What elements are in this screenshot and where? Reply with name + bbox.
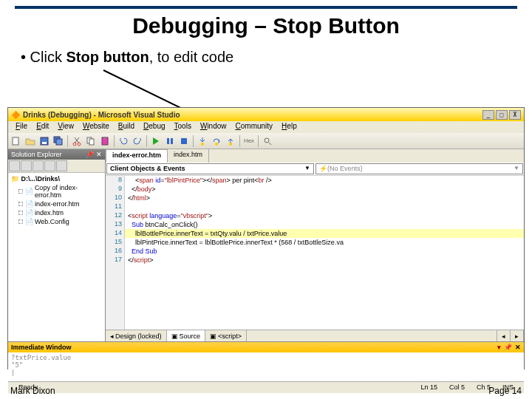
svg-rect-2: [42, 142, 47, 144]
editor-area: index-error.htmindex.htm Client Objects …: [106, 149, 524, 341]
svg-rect-4: [56, 139, 62, 145]
bullet-text: • Click Stop button, to edit code: [15, 49, 517, 66]
svg-point-15: [215, 143, 218, 146]
solution-explorer-panel: Solution Explorer 📌 ✕ 📁 D:\...\Drinks\ 📄…: [8, 149, 106, 341]
solution-tree: 📁 D:\...\Drinks\ 📄Copy of index-error.ht…: [8, 173, 105, 341]
menu-website[interactable]: Website: [78, 121, 114, 133]
svg-point-16: [229, 143, 232, 146]
view-icon[interactable]: [44, 160, 55, 171]
nav-right-icon[interactable]: ▸: [511, 330, 524, 341]
svg-rect-11: [167, 138, 169, 144]
visual-studio-window: 🔶 Drinks (Debugging) - Microsoft Visual …: [7, 107, 525, 369]
tab-source[interactable]: ▣ Source: [167, 330, 206, 341]
toolbar: Hex: [8, 133, 524, 149]
chevron-down-icon: ▼: [514, 165, 519, 173]
bullet-bold: Stop button: [66, 49, 149, 65]
page-number: Page 14: [488, 386, 522, 396]
copy-icon[interactable]: [84, 134, 98, 148]
paste-icon[interactable]: [98, 134, 112, 148]
svg-point-17: [265, 138, 269, 143]
menu-file[interactable]: File: [11, 121, 32, 133]
event-dropdown[interactable]: ⚡ (No Events)▼: [316, 163, 523, 174]
file-tab[interactable]: index.htm: [168, 149, 209, 163]
redo-icon[interactable]: [131, 134, 144, 148]
file-tabs: index-error.htmindex.htm: [106, 149, 524, 163]
continue-icon[interactable]: [149, 134, 163, 148]
code-editor[interactable]: 891011121314151617 <span id="lblPintPric…: [106, 176, 524, 330]
object-dropdown[interactable]: Client Objects & Events▼: [106, 163, 314, 174]
chevron-down-icon: ▼: [304, 165, 310, 173]
hex-icon[interactable]: Hex: [242, 134, 256, 148]
svg-rect-10: [103, 137, 106, 138]
close-panel-icon[interactable]: ✕: [96, 151, 102, 158]
find-icon[interactable]: [261, 134, 274, 148]
bullet-pre: • Click: [21, 49, 66, 65]
lightning-icon: ⚡: [319, 165, 327, 173]
nest-icon[interactable]: [33, 160, 44, 171]
tree-item[interactable]: 📄index-error.htm: [10, 200, 103, 208]
new-project-icon[interactable]: [10, 134, 23, 148]
file-icon: 📄: [25, 218, 33, 225]
dropdown-icon[interactable]: ▾: [497, 344, 501, 351]
undo-icon[interactable]: [117, 134, 130, 148]
solution-explorer-title: Solution Explorer 📌 ✕: [8, 149, 105, 160]
svg-rect-9: [102, 137, 108, 145]
nav-left-icon[interactable]: ◂: [497, 330, 511, 341]
tab-script[interactable]: ▣ <script>: [205, 330, 247, 341]
menu-window[interactable]: Window: [196, 121, 231, 133]
slide-title: Debugging – Stop Button: [15, 6, 517, 49]
tree-item[interactable]: 📄index.htm: [10, 208, 103, 217]
svg-rect-8: [89, 139, 94, 145]
save-icon[interactable]: [38, 134, 51, 148]
maximize-button[interactable]: □: [496, 110, 508, 120]
pause-icon[interactable]: [163, 134, 177, 148]
menu-bar: FileEditViewWebsiteBuildDebugToolsWindow…: [8, 121, 524, 133]
copy-web-icon[interactable]: [56, 160, 67, 171]
file-icon: 📄: [25, 188, 33, 195]
tree-item[interactable]: 📄Copy of index-error.htm: [10, 183, 103, 200]
open-icon[interactable]: [24, 134, 37, 148]
minimize-button[interactable]: _: [482, 110, 494, 120]
menu-edit[interactable]: Edit: [32, 121, 53, 133]
author: Mark Dixon: [10, 386, 55, 396]
solution-explorer-toolbar: [8, 160, 105, 173]
menu-debug[interactable]: Debug: [139, 121, 169, 133]
close-icon[interactable]: ✕: [515, 344, 521, 351]
menu-build[interactable]: Build: [114, 121, 139, 133]
immediate-window: Immediate Window ▾ 📌 ✕ ?txtPrice.value"5…: [8, 341, 524, 381]
window-title: Drinks (Debugging) - Microsoft Visual St…: [23, 111, 180, 119]
svg-point-14: [201, 143, 204, 146]
properties-icon[interactable]: [9, 160, 20, 171]
svg-rect-12: [171, 138, 173, 144]
tree-item[interactable]: 📄Web.Config: [10, 217, 103, 226]
menu-view[interactable]: View: [53, 121, 78, 133]
menu-community[interactable]: Community: [231, 121, 278, 133]
close-button[interactable]: X: [509, 110, 521, 120]
svg-rect-0: [13, 137, 18, 145]
step-into-icon[interactable]: [196, 134, 209, 148]
title-bar: 🔶 Drinks (Debugging) - Microsoft Visual …: [8, 108, 524, 121]
folder-icon: 📁: [11, 175, 19, 183]
menu-help[interactable]: Help: [277, 121, 301, 133]
step-over-icon[interactable]: [210, 134, 223, 148]
immediate-title: Immediate Window ▾ 📌 ✕: [8, 342, 524, 352]
refresh-icon[interactable]: [21, 160, 32, 171]
cut-icon[interactable]: [70, 134, 83, 148]
pin-icon[interactable]: 📌: [504, 344, 512, 351]
file-tab[interactable]: index-error.htm: [106, 149, 168, 163]
file-icon: 📄: [25, 209, 33, 216]
vs-icon: 🔶: [11, 111, 20, 119]
bullet-suf: , to edit code: [149, 49, 234, 65]
view-tabs: ◂ Design (locked) ▣ Source ▣ <script> ◂ …: [106, 330, 524, 341]
menu-tools[interactable]: Tools: [170, 121, 196, 133]
step-out-icon[interactable]: [224, 134, 237, 148]
pin-icon[interactable]: 📌: [86, 151, 94, 158]
solution-root[interactable]: 📁 D:\...\Drinks\: [10, 174, 103, 183]
svg-rect-13: [181, 138, 187, 144]
tab-design[interactable]: ◂ Design (locked): [106, 330, 167, 341]
file-icon: 📄: [25, 200, 33, 208]
save-all-icon[interactable]: [52, 134, 65, 148]
stop-button[interactable]: [177, 134, 191, 148]
immediate-content[interactable]: ?txtPrice.value"5"|: [8, 352, 524, 378]
